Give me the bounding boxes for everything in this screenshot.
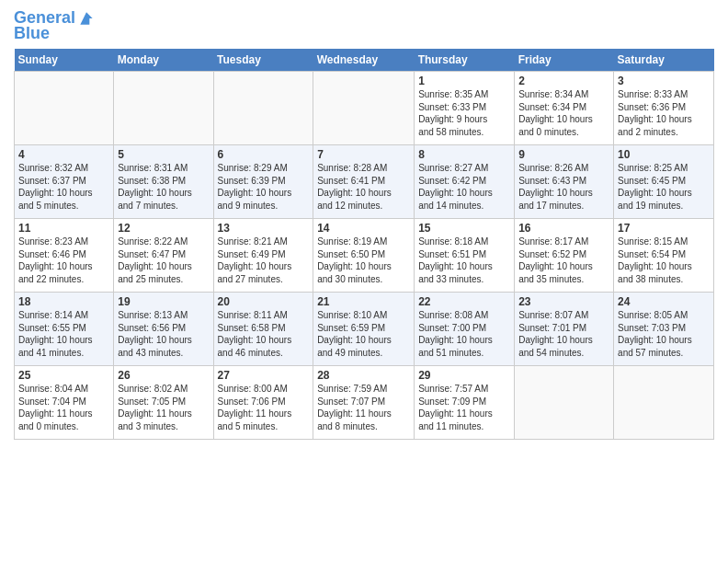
calendar-cell: 4Sunrise: 8:32 AM Sunset: 6:37 PM Daylig… (15, 145, 114, 219)
calendar-cell: 8Sunrise: 8:27 AM Sunset: 6:42 PM Daylig… (415, 145, 515, 219)
day-detail: Sunrise: 8:28 AM Sunset: 6:41 PM Dayligh… (317, 162, 410, 212)
day-number: 9 (518, 148, 609, 161)
calendar-cell: 21Sunrise: 8:10 AM Sunset: 6:59 PM Dayli… (313, 293, 415, 366)
day-detail: Sunrise: 8:23 AM Sunset: 6:46 PM Dayligh… (18, 236, 109, 285)
header: General Blue (14, 9, 714, 43)
calendar-cell: 24Sunrise: 8:05 AM Sunset: 7:03 PM Dayli… (614, 293, 714, 366)
day-number: 14 (317, 222, 410, 235)
calendar-cell: 11Sunrise: 8:23 AM Sunset: 6:46 PM Dayli… (15, 219, 114, 293)
day-detail: Sunrise: 8:08 AM Sunset: 7:00 PM Dayligh… (418, 309, 510, 359)
calendar-cell: 7Sunrise: 8:28 AM Sunset: 6:41 PM Daylig… (313, 145, 415, 219)
day-number: 24 (618, 295, 710, 308)
day-number: 3 (618, 75, 710, 87)
calendar-cell: 29Sunrise: 7:57 AM Sunset: 7:09 PM Dayli… (415, 366, 515, 440)
calendar-cell (15, 72, 114, 145)
col-header-wednesday: Wednesday (313, 49, 415, 72)
day-number: 12 (118, 222, 209, 235)
col-header-saturday: Saturday (614, 49, 714, 72)
day-detail: Sunrise: 8:05 AM Sunset: 7:03 PM Dayligh… (618, 309, 710, 359)
day-number: 11 (18, 222, 109, 235)
day-number: 15 (418, 222, 510, 235)
day-number: 28 (317, 369, 410, 382)
calendar-cell: 15Sunrise: 8:18 AM Sunset: 6:51 PM Dayli… (415, 219, 515, 293)
logo-icon (77, 9, 96, 28)
day-detail: Sunrise: 8:00 AM Sunset: 7:06 PM Dayligh… (218, 383, 310, 432)
calendar-cell: 19Sunrise: 8:13 AM Sunset: 6:56 PM Dayli… (114, 293, 213, 366)
logo: General Blue (14, 9, 96, 43)
day-number: 2 (518, 75, 609, 87)
calendar-cell: 6Sunrise: 8:29 AM Sunset: 6:39 PM Daylig… (213, 145, 313, 219)
day-detail: Sunrise: 8:34 AM Sunset: 6:34 PM Dayligh… (518, 88, 609, 138)
day-number: 23 (518, 295, 609, 308)
day-detail: Sunrise: 8:19 AM Sunset: 6:50 PM Dayligh… (317, 236, 410, 285)
day-number: 13 (218, 222, 310, 235)
page: General Blue SundayMondayTuesdayWednesda… (0, 0, 728, 563)
week-row-1: 1Sunrise: 8:35 AM Sunset: 6:33 PM Daylig… (15, 72, 714, 145)
calendar-cell (313, 72, 415, 145)
day-detail: Sunrise: 8:26 AM Sunset: 6:43 PM Dayligh… (518, 162, 609, 212)
calendar-cell: 16Sunrise: 8:17 AM Sunset: 6:52 PM Dayli… (515, 219, 614, 293)
calendar-cell: 12Sunrise: 8:22 AM Sunset: 6:47 PM Dayli… (114, 219, 213, 293)
day-detail: Sunrise: 8:25 AM Sunset: 6:45 PM Dayligh… (618, 162, 710, 212)
day-number: 4 (18, 148, 109, 161)
day-number: 25 (18, 369, 109, 382)
calendar-cell: 5Sunrise: 8:31 AM Sunset: 6:38 PM Daylig… (114, 145, 213, 219)
day-number: 10 (618, 148, 710, 161)
calendar-cell: 22Sunrise: 8:08 AM Sunset: 7:00 PM Dayli… (415, 293, 515, 366)
day-number: 8 (418, 148, 510, 161)
col-header-tuesday: Tuesday (213, 49, 313, 72)
calendar-cell (515, 366, 614, 440)
col-header-friday: Friday (515, 49, 614, 72)
calendar-cell: 3Sunrise: 8:33 AM Sunset: 6:36 PM Daylig… (614, 72, 714, 145)
week-row-3: 11Sunrise: 8:23 AM Sunset: 6:46 PM Dayli… (15, 219, 714, 293)
calendar-cell (114, 72, 213, 145)
day-detail: Sunrise: 8:35 AM Sunset: 6:33 PM Dayligh… (418, 88, 510, 138)
calendar-cell: 13Sunrise: 8:21 AM Sunset: 6:49 PM Dayli… (213, 219, 313, 293)
day-detail: Sunrise: 8:02 AM Sunset: 7:05 PM Dayligh… (118, 383, 209, 432)
day-detail: Sunrise: 8:04 AM Sunset: 7:04 PM Dayligh… (18, 383, 109, 432)
calendar-cell: 10Sunrise: 8:25 AM Sunset: 6:45 PM Dayli… (614, 145, 714, 219)
col-header-sunday: Sunday (15, 49, 114, 72)
day-detail: Sunrise: 8:11 AM Sunset: 6:58 PM Dayligh… (218, 309, 310, 359)
week-row-2: 4Sunrise: 8:32 AM Sunset: 6:37 PM Daylig… (15, 145, 714, 219)
calendar-cell: 20Sunrise: 8:11 AM Sunset: 6:58 PM Dayli… (213, 293, 313, 366)
day-number: 29 (418, 369, 510, 382)
calendar-cell: 28Sunrise: 7:59 AM Sunset: 7:07 PM Dayli… (313, 366, 415, 440)
day-detail: Sunrise: 8:07 AM Sunset: 7:01 PM Dayligh… (518, 309, 609, 359)
day-number: 19 (118, 295, 209, 308)
calendar-cell (614, 366, 714, 440)
day-detail: Sunrise: 8:29 AM Sunset: 6:39 PM Dayligh… (218, 162, 310, 212)
calendar-table: SundayMondayTuesdayWednesdayThursdayFrid… (14, 49, 714, 440)
calendar-cell: 27Sunrise: 8:00 AM Sunset: 7:06 PM Dayli… (213, 366, 313, 440)
day-detail: Sunrise: 8:17 AM Sunset: 6:52 PM Dayligh… (518, 236, 609, 285)
day-number: 17 (618, 222, 710, 235)
day-number: 26 (118, 369, 209, 382)
week-row-4: 18Sunrise: 8:14 AM Sunset: 6:55 PM Dayli… (15, 293, 714, 366)
day-detail: Sunrise: 8:15 AM Sunset: 6:54 PM Dayligh… (618, 236, 710, 285)
day-detail: Sunrise: 8:32 AM Sunset: 6:37 PM Dayligh… (18, 162, 109, 212)
day-detail: Sunrise: 8:14 AM Sunset: 6:55 PM Dayligh… (18, 309, 109, 359)
day-detail: Sunrise: 8:21 AM Sunset: 6:49 PM Dayligh… (218, 236, 310, 285)
day-number: 7 (317, 148, 410, 161)
col-header-monday: Monday (114, 49, 213, 72)
calendar-cell: 18Sunrise: 8:14 AM Sunset: 6:55 PM Dayli… (15, 293, 114, 366)
day-detail: Sunrise: 8:13 AM Sunset: 6:56 PM Dayligh… (118, 309, 209, 359)
day-number: 1 (418, 75, 510, 87)
calendar-cell: 9Sunrise: 8:26 AM Sunset: 6:43 PM Daylig… (515, 145, 614, 219)
day-number: 20 (218, 295, 310, 308)
day-detail: Sunrise: 8:33 AM Sunset: 6:36 PM Dayligh… (618, 88, 710, 138)
day-detail: Sunrise: 8:18 AM Sunset: 6:51 PM Dayligh… (418, 236, 510, 285)
col-header-thursday: Thursday (415, 49, 515, 72)
calendar-cell: 26Sunrise: 8:02 AM Sunset: 7:05 PM Dayli… (114, 366, 213, 440)
calendar-cell: 25Sunrise: 8:04 AM Sunset: 7:04 PM Dayli… (15, 366, 114, 440)
day-detail: Sunrise: 8:10 AM Sunset: 6:59 PM Dayligh… (317, 309, 410, 359)
header-row: SundayMondayTuesdayWednesdayThursdayFrid… (15, 49, 714, 72)
calendar-cell: 1Sunrise: 8:35 AM Sunset: 6:33 PM Daylig… (415, 72, 515, 145)
day-number: 5 (118, 148, 209, 161)
day-detail: Sunrise: 8:31 AM Sunset: 6:38 PM Dayligh… (118, 162, 209, 212)
svg-marker-0 (80, 12, 92, 24)
day-number: 22 (418, 295, 510, 308)
day-detail: Sunrise: 7:59 AM Sunset: 7:07 PM Dayligh… (317, 383, 410, 432)
calendar-cell (213, 72, 313, 145)
calendar-cell: 23Sunrise: 8:07 AM Sunset: 7:01 PM Dayli… (515, 293, 614, 366)
